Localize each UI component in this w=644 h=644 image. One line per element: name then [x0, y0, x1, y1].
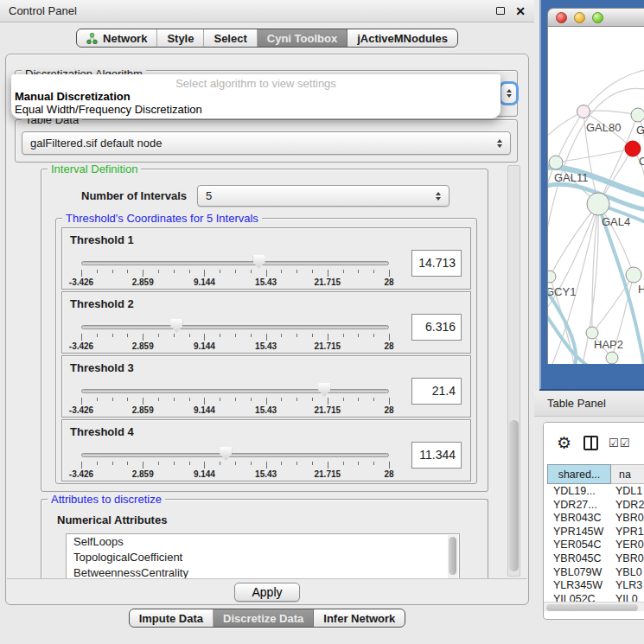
table-row[interactable]: YIL052CYIL0	[547, 593, 644, 602]
table-cell[interactable]: YDL19...	[547, 485, 611, 499]
table-row[interactable]: YBR043CYBR0	[547, 512, 644, 526]
num-intervals-combo[interactable]: 5	[197, 185, 450, 207]
algorithm-option-manual[interactable]: Manual Discretization	[15, 90, 131, 103]
numerical-attributes-label: Numerical Attributes	[57, 513, 167, 526]
slider-track[interactable]	[81, 325, 389, 329]
tick-mark	[296, 398, 297, 401]
threshold-value-field[interactable]: 11.344	[411, 442, 462, 469]
slider-track[interactable]	[81, 453, 389, 457]
list-item[interactable]: SelfLoops	[67, 534, 459, 550]
table-toolbar: ⚙ ☑☑	[544, 423, 644, 463]
slider-track[interactable]	[81, 389, 389, 393]
table-body[interactable]: YDL19...YDL1YDR27...YDR2YBR043CYBR0YPR14…	[547, 485, 644, 602]
tab-select[interactable]: Select	[204, 29, 257, 47]
num-intervals-value: 5	[206, 189, 212, 202]
tick-mark	[266, 334, 267, 341]
table-cell[interactable]: YIL052C	[547, 593, 611, 602]
tick-mark	[251, 334, 252, 337]
table-row[interactable]: YDR27...YDR2	[547, 499, 644, 513]
table-hscroll-thumb[interactable]	[546, 604, 638, 611]
table-data-combo[interactable]: galFiltered.sif default node	[22, 131, 511, 155]
tick-label: 28	[384, 469, 393, 479]
apply-button[interactable]: Apply	[234, 583, 299, 602]
slider-thumb[interactable]	[220, 447, 232, 461]
close-icon[interactable]: ✕	[515, 5, 526, 17]
column-header-shared-name[interactable]: shared...	[547, 464, 611, 484]
table-cell[interactable]: YBR043C	[547, 512, 611, 526]
table-cell[interactable]: YDL1	[611, 485, 644, 499]
tab-impute-data[interactable]: Impute Data	[130, 609, 214, 627]
tick-mark	[81, 462, 82, 469]
tick-mark	[312, 462, 313, 465]
table-cell[interactable]: YPR145W	[547, 526, 611, 539]
network-window-titlebar[interactable]	[547, 8, 644, 27]
threshold-value-field[interactable]: 6.316	[411, 314, 462, 341]
network-node[interactable]	[626, 267, 641, 283]
list-scrollbar[interactable]	[448, 535, 458, 582]
tab-style[interactable]: Style	[157, 29, 204, 47]
network-node[interactable]	[587, 193, 609, 215]
tick-mark	[328, 398, 328, 405]
slider-thumb[interactable]	[170, 319, 182, 333]
slider-track[interactable]	[81, 261, 389, 265]
table-cell[interactable]: YBR0	[611, 512, 644, 526]
float-window-icon[interactable]	[496, 7, 505, 15]
tick-label: 15.43	[255, 469, 277, 479]
table-horizontal-scrollbar[interactable]	[544, 602, 644, 611]
network-node[interactable]	[548, 271, 556, 283]
network-desktop-frame: GAL80 GA C GAL11 GAL4 GCY1 H HAP2	[539, 0, 644, 391]
column-header-name[interactable]: na	[611, 464, 644, 484]
tab-network[interactable]: Network	[77, 29, 157, 47]
table-cell[interactable]: YBL079W	[547, 566, 611, 580]
table-row[interactable]: YPR145WYPR1	[547, 526, 644, 539]
table-row[interactable]: YDL19...YDL1	[547, 485, 644, 499]
close-traffic-light-icon[interactable]	[556, 12, 567, 23]
table-row[interactable]: YLR345WYLR3	[547, 579, 644, 593]
panel-scrollbar[interactable]	[507, 165, 520, 577]
select-columns-checkboxes-icon[interactable]: ☑☑	[609, 437, 630, 449]
tab-discretize-data[interactable]: Discretize Data	[214, 609, 314, 627]
zoom-traffic-light-icon[interactable]	[592, 12, 603, 23]
minimize-traffic-light-icon[interactable]	[574, 12, 585, 23]
tab-cyni-toolbox[interactable]: Cyni Toolbox	[258, 29, 348, 47]
table-cell[interactable]: YER054C	[547, 539, 611, 552]
table-cell[interactable]: YLR345W	[547, 579, 611, 593]
tick-mark	[97, 398, 98, 401]
gear-icon[interactable]: ⚙	[557, 435, 571, 451]
algorithm-combo-focus-ring[interactable]	[499, 81, 519, 105]
node-label: GCY1	[548, 285, 576, 298]
network-node[interactable]	[631, 108, 644, 122]
network-node[interactable]	[577, 105, 590, 118]
table-cell[interactable]: YBR045C	[547, 552, 611, 566]
table-cell[interactable]: YLR3	[611, 579, 644, 593]
panel-scrollbar-thumb[interactable]	[509, 420, 519, 571]
network-node[interactable]	[606, 352, 618, 364]
tick-label: 21.715	[315, 341, 341, 351]
table-row[interactable]: YER054CYER0	[547, 539, 644, 552]
table-cell[interactable]: YBR0	[611, 552, 644, 566]
slider-thumb[interactable]	[253, 255, 265, 269]
split-columns-icon[interactable]	[583, 436, 598, 450]
tab-infer-network[interactable]: Infer Network	[314, 609, 405, 627]
list-item[interactable]: TopologicalCoefficient	[67, 550, 459, 565]
table-row[interactable]: YBR045CYBR0	[547, 552, 644, 566]
network-node[interactable]	[586, 327, 598, 339]
threshold-value-field[interactable]: 14.713	[411, 250, 462, 277]
threshold-value-field[interactable]: 21.4	[411, 378, 462, 405]
table-cell[interactable]: YBL0	[611, 566, 644, 580]
tick-mark	[373, 334, 374, 337]
tab-jactivemnodules[interactable]: jActiveMNodules	[348, 29, 457, 47]
table-cell[interactable]: YIL0	[611, 593, 644, 602]
node-label: GAL4	[602, 215, 630, 228]
algorithm-option-equal-width[interactable]: Equal Width/Frequency Discretization	[15, 103, 202, 116]
numerical-attributes-list[interactable]: SelfLoops TopologicalCoefficient Between…	[66, 533, 460, 582]
table-row[interactable]: YBL079WYBL0	[547, 566, 644, 580]
table-cell[interactable]: YDR27...	[547, 499, 611, 513]
table-cell[interactable]: YER0	[611, 539, 644, 552]
tick-mark	[281, 398, 282, 401]
network-node[interactable]	[549, 156, 563, 169]
slider-thumb[interactable]	[318, 383, 330, 397]
table-cell[interactable]: YPR1	[611, 526, 644, 539]
table-cell[interactable]: YDR2	[611, 499, 644, 513]
network-canvas[interactable]: GAL80 GA C GAL11 GAL4 GCY1 H HAP2	[547, 27, 644, 364]
